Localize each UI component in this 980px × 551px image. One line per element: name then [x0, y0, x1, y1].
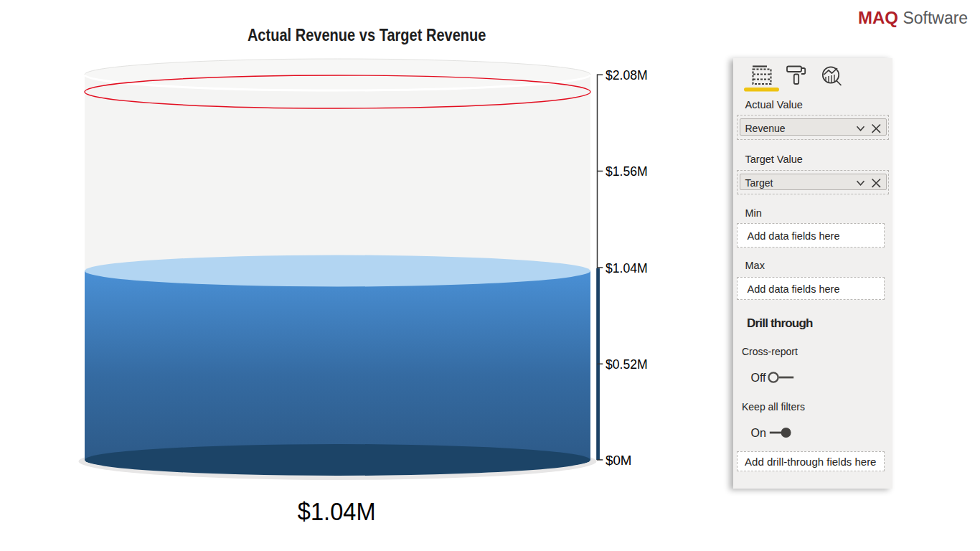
svg-text:$0M: $0M — [606, 453, 632, 468]
svg-text:$1.04M: $1.04M — [606, 260, 648, 276]
svg-text:$0.52M: $0.52M — [606, 357, 648, 372]
svg-text:Actual Revenue vs Target Reven: Actual Revenue vs Target Revenue — [248, 25, 486, 44]
svg-text:$1.04M: $1.04M — [298, 498, 376, 525]
svg-text:$1.56M: $1.56M — [606, 164, 648, 179]
svg-text:$2.08M: $2.08M — [606, 67, 648, 83]
